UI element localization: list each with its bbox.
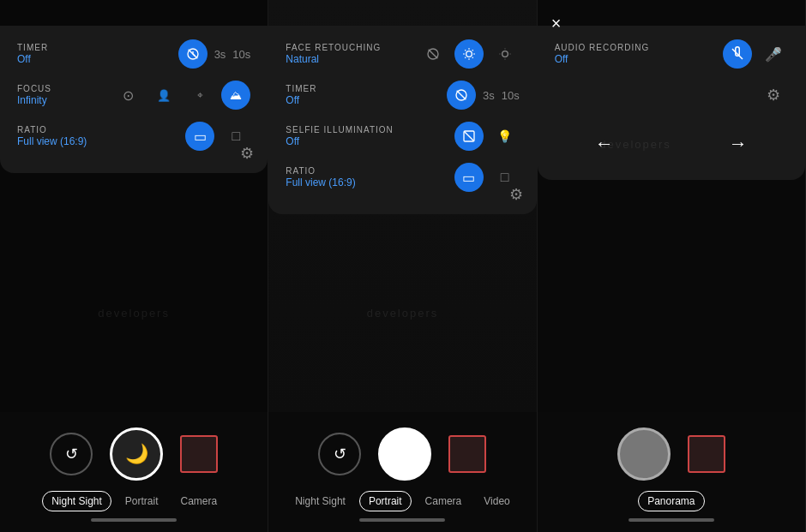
night-shutter-btn[interactable]: 🌙 — [110, 427, 163, 481]
video-panel: × AUDIO RECORDING Off 🎤 ⚙ ← developers → — [538, 0, 806, 532]
tab-camera-1[interactable]: Camera — [172, 492, 226, 511]
selfie-illum-label: SELFIE ILLUMINATION — [286, 125, 454, 134]
video-settings: AUDIO RECORDING Off 🎤 ⚙ ← developers → — [538, 26, 805, 180]
ratio-setting-row: RATIO Full view (16:9) ▭ □ — [17, 122, 250, 151]
portrait-ratio-label: RATIO — [286, 166, 454, 176]
tab-night-sight[interactable]: Night Sight — [42, 491, 111, 511]
home-indicator-2 — [359, 518, 445, 522]
tab-night-sight-2[interactable]: Night Sight — [286, 492, 354, 511]
portrait-panel: FACE RETOUCHING Natural TIMER Off — [268, 0, 537, 532]
tab-camera-2[interactable]: Camera — [417, 492, 471, 511]
night-sight-camera-controls: ↺ 🌙 — [0, 427, 268, 481]
selfie-illum-row: SELFIE ILLUMINATION Off 💡 — [286, 122, 519, 151]
night-sight-panel: TIMER Off 3s 10s FOCUS Infinity ⊙ 👤 ⌖ ⛰ — [0, 0, 268, 532]
portrait-timer-off-btn[interactable] — [447, 81, 476, 110]
selfie-illum-controls: 💡 — [454, 122, 520, 151]
audio-rec-row: AUDIO RECORDING Off 🎤 — [555, 39, 788, 69]
audio-rec-info: AUDIO RECORDING Off — [555, 43, 723, 65]
portrait-timer-info: TIMER Off — [286, 84, 447, 106]
close-btn[interactable]: × — [551, 14, 562, 33]
ratio-setting-info: RATIO Full view (16:9) — [17, 125, 185, 147]
portrait-timer-10s[interactable]: 10s — [502, 89, 520, 102]
illum-on-btn[interactable]: 💡 — [490, 122, 520, 151]
focus-value: Infinity — [17, 94, 113, 106]
ratio-full-btn[interactable]: ▭ — [185, 122, 214, 151]
portrait-mode-tabs: Night Sight Portrait Camera Video — [268, 491, 536, 511]
portrait-settings: FACE RETOUCHING Natural TIMER Off — [268, 26, 536, 214]
focus-macro-btn[interactable]: ⌖ — [185, 81, 214, 110]
audio-rec-value: Off — [555, 53, 723, 65]
home-indicator-1 — [91, 518, 177, 522]
portrait-bottom-ui: ↺ Night Sight Portrait Camera Video — [268, 417, 536, 532]
portrait-timer-label: TIMER — [286, 84, 447, 93]
selfie-illum-info: SELFIE ILLUMINATION Off — [286, 125, 454, 147]
arrow-right-btn[interactable]: → — [721, 127, 755, 161]
retouch-smooth-btn[interactable] — [490, 39, 520, 69]
audio-rec-controls: 🎤 — [723, 39, 788, 69]
focus-label: FOCUS — [17, 84, 113, 93]
video-arrow-controls: ← developers → — [555, 118, 788, 170]
arrow-left-btn[interactable]: ← — [587, 127, 622, 161]
portrait-ratio-row: RATIO Full view (16:9) ▭ □ — [286, 163, 519, 192]
video-bottom-ui: Panorama — [538, 417, 805, 532]
night-sight-bottom-ui: ↺ 🌙 Night Sight Portrait Camera — [0, 417, 268, 532]
retouch-off-btn[interactable] — [418, 39, 448, 69]
video-camera-controls — [538, 427, 805, 481]
flip-camera-btn[interactable]: ↺ — [50, 433, 93, 475]
timer-setting-info: TIMER Off — [17, 43, 178, 65]
illum-off-btn[interactable] — [454, 122, 484, 151]
portrait-ratio-info: RATIO Full view (16:9) — [286, 166, 454, 188]
panorama-shutter-btn[interactable] — [617, 427, 671, 481]
gallery-thumb-1[interactable] — [180, 435, 218, 473]
portrait-flip-btn[interactable]: ↺ — [318, 433, 361, 475]
portrait-shutter-inner — [382, 431, 428, 477]
tab-video[interactable]: Video — [475, 492, 518, 511]
svg-point-5 — [502, 51, 508, 57]
settings-gear-icon[interactable]: ⚙ — [240, 144, 254, 163]
face-retouch-controls — [418, 39, 520, 69]
portrait-ratio-full-btn[interactable]: ▭ — [454, 163, 484, 192]
focus-setting-info: FOCUS Infinity — [17, 84, 113, 106]
audio-off-btn[interactable] — [723, 39, 752, 69]
portrait-ratio-value: Full view (16:9) — [286, 176, 454, 188]
portrait-timer-value: Off — [286, 94, 447, 106]
selfie-illum-value: Off — [286, 135, 454, 147]
home-indicator-3 — [629, 518, 714, 522]
panorama-shutter-inner — [621, 431, 667, 477]
night-sight-settings: TIMER Off 3s 10s FOCUS Infinity ⊙ 👤 ⌖ ⛰ — [0, 26, 268, 173]
face-retouch-label: FACE RETOUCHING — [286, 43, 418, 52]
audio-on-btn[interactable]: 🎤 — [759, 39, 788, 69]
portrait-timer-row: TIMER Off 3s 10s — [286, 81, 519, 110]
ratio-value: Full view (16:9) — [17, 135, 185, 147]
focus-person-btn[interactable]: 👤 — [149, 81, 178, 110]
timer-10s-btn[interactable]: 10s — [232, 48, 250, 61]
portrait-camera-controls: ↺ — [268, 427, 536, 481]
timer-3s-btn[interactable]: 3s — [214, 48, 226, 61]
portrait-shutter-btn[interactable] — [378, 427, 431, 481]
timer-off-btn[interactable] — [178, 39, 208, 69]
video-gear-icon[interactable]: ⚙ — [759, 81, 788, 110]
timer-setting-row: TIMER Off 3s 10s — [17, 39, 250, 69]
timer-value: Off — [17, 53, 178, 65]
svg-line-10 — [732, 49, 743, 59]
svg-line-6 — [457, 91, 466, 100]
night-shutter-inner: 🌙 — [113, 431, 159, 477]
gallery-thumb-3[interactable] — [688, 435, 725, 473]
timer-label: TIMER — [17, 43, 178, 52]
tab-portrait-2[interactable]: Portrait — [359, 491, 412, 511]
audio-rec-label: AUDIO RECORDING — [555, 43, 723, 52]
portrait-timer-controls: 3s 10s — [447, 81, 520, 110]
timer-controls: 3s 10s — [178, 39, 251, 69]
face-retouch-info: FACE RETOUCHING Natural — [286, 43, 418, 65]
retouch-natural-btn[interactable] — [454, 39, 484, 69]
portrait-timer-3s[interactable]: 3s — [483, 89, 495, 102]
face-retouch-value: Natural — [286, 53, 418, 65]
gallery-thumb-2[interactable] — [448, 435, 486, 473]
focus-auto-btn[interactable]: ⊙ — [113, 81, 142, 110]
portrait-gear-icon[interactable]: ⚙ — [509, 185, 523, 204]
tab-portrait-1[interactable]: Portrait — [117, 492, 167, 511]
tab-panorama[interactable]: Panorama — [638, 491, 704, 511]
svg-line-2 — [428, 50, 437, 59]
focus-mountain-btn[interactable]: ⛰ — [221, 81, 250, 110]
focus-controls: ⊙ 👤 ⌖ ⛰ — [113, 81, 250, 110]
